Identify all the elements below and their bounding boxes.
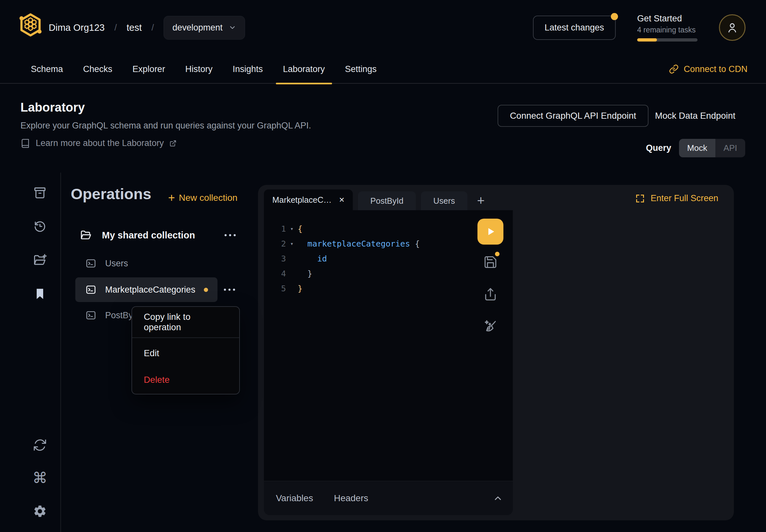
settings-gear-icon[interactable] xyxy=(33,504,47,518)
tab-insights[interactable]: Insights xyxy=(225,55,270,84)
connect-to-cdn-link[interactable]: Connect to CDN xyxy=(669,55,748,83)
code-token: } xyxy=(298,284,302,293)
chevron-down-icon xyxy=(228,24,236,31)
share-operation-button[interactable] xyxy=(483,287,498,302)
command-icon[interactable]: ⌘ xyxy=(32,470,47,485)
connect-to-cdn-label: Connect to CDN xyxy=(684,64,748,74)
page-title: Laboratory xyxy=(20,101,85,115)
query-editor[interactable]: 1 ▾ { 2 ▾ marketplaceCategories { 3 id 4… xyxy=(264,210,513,481)
get-started-widget[interactable]: Get Started 4 remaining tasks xyxy=(637,14,698,42)
archive-icon[interactable] xyxy=(33,186,47,200)
breadcrumb-separator: / xyxy=(152,23,154,33)
query-mode-row: Query Mock API xyxy=(646,139,745,157)
sync-icon[interactable] xyxy=(33,438,47,452)
chevron-up-icon[interactable] xyxy=(493,493,503,503)
operation-icon xyxy=(85,309,97,321)
get-started-progress-bar xyxy=(637,38,698,42)
editor-tab-users[interactable]: Users xyxy=(421,191,468,210)
editor-tab-label: Users xyxy=(433,196,455,206)
learn-more-link[interactable]: Learn more about the Laboratory xyxy=(20,138,176,148)
page-description: Explore your GraphQL schema and run quer… xyxy=(20,121,311,131)
code-line: 2 ▾ marketplaceCategories { xyxy=(272,236,513,251)
tab-explorer[interactable]: Explorer xyxy=(125,55,172,84)
fold-arrow-icon[interactable]: ▾ xyxy=(286,225,298,232)
menu-item-edit[interactable]: Edit xyxy=(132,341,239,366)
editor-tab-marketplacecategories[interactable]: MarketplaceC… × xyxy=(264,189,353,210)
run-query-button[interactable] xyxy=(478,219,504,245)
line-number: 4 xyxy=(272,269,286,278)
variables-tab[interactable]: Variables xyxy=(276,493,313,503)
code-line: 4 } xyxy=(272,266,513,281)
primary-nav: Schema Checks Explorer History Insights … xyxy=(0,55,766,84)
mock-data-endpoint-label: Mock Data Endpoint xyxy=(655,105,736,127)
save-operation-button[interactable] xyxy=(483,255,498,269)
link-icon xyxy=(669,64,679,74)
new-collection-button[interactable]: + New collection xyxy=(168,192,237,204)
unsaved-changes-dot xyxy=(204,288,208,292)
fold-arrow-icon[interactable]: ▾ xyxy=(286,240,298,247)
code-line: 5 } xyxy=(272,281,513,296)
query-label: Query xyxy=(646,143,671,153)
menu-item-copy-link[interactable]: Copy link to operation xyxy=(132,307,239,337)
app-header: Dima Org123 / test / development Latest … xyxy=(0,0,766,55)
editor-tab-label: PostById xyxy=(370,196,404,206)
environment-selector-value: development xyxy=(172,23,223,33)
menu-item-delete[interactable]: Delete xyxy=(132,366,239,394)
history-icon[interactable] xyxy=(33,219,47,234)
headers-tab[interactable]: Headers xyxy=(334,493,368,503)
query-mode-mock[interactable]: Mock xyxy=(679,139,715,157)
plus-icon: + xyxy=(168,192,175,204)
play-icon xyxy=(484,225,497,238)
connect-graphql-endpoint-button[interactable]: Connect GraphQL API Endpoint xyxy=(498,105,649,127)
operation-label: Users xyxy=(105,259,128,269)
breadcrumb-project[interactable]: test xyxy=(127,22,142,33)
prettify-broom-button[interactable] xyxy=(483,319,498,334)
editor-tabs: MarketplaceC… × PostById Users + xyxy=(264,189,485,210)
folder-open-icon xyxy=(80,229,92,241)
get-started-subtitle: 4 remaining tasks xyxy=(637,26,698,34)
book-icon xyxy=(20,139,30,148)
collection-menu-dots-icon[interactable] xyxy=(223,233,237,237)
latest-changes-label: Latest changes xyxy=(545,23,604,32)
get-started-title: Get Started xyxy=(637,14,698,24)
learn-more-label: Learn more about the Laboratory xyxy=(36,138,164,148)
folder-plus-icon[interactable] xyxy=(33,253,47,267)
collection-name: My shared collection xyxy=(102,230,195,241)
line-number: 2 xyxy=(272,239,286,248)
operation-icon xyxy=(85,284,97,296)
operations-title: Operations xyxy=(71,185,151,203)
tab-settings[interactable]: Settings xyxy=(338,55,384,84)
code-line: 1 ▾ { xyxy=(272,221,513,236)
person-icon xyxy=(726,21,739,34)
code-line: 3 id xyxy=(272,251,513,266)
tab-checks[interactable]: Checks xyxy=(76,55,119,84)
command-glyph: ⌘ xyxy=(32,469,47,486)
tab-laboratory[interactable]: Laboratory xyxy=(276,55,332,84)
new-tab-button[interactable]: + xyxy=(477,194,485,207)
notification-dot xyxy=(611,13,618,20)
user-avatar[interactable] xyxy=(719,14,746,41)
line-number: 1 xyxy=(272,224,286,234)
hive-logo-icon[interactable] xyxy=(19,13,42,38)
query-mode-toggle: Mock API xyxy=(679,139,745,157)
operation-row-marketplacecategories[interactable]: MarketplaceCategories xyxy=(85,281,208,298)
environment-selector[interactable]: development xyxy=(164,16,245,40)
broom-sparkles-icon xyxy=(483,319,498,334)
tab-schema[interactable]: Schema xyxy=(24,55,70,84)
close-tab-icon[interactable]: × xyxy=(339,195,344,204)
bookmark-icon[interactable] xyxy=(33,287,46,301)
line-number: 5 xyxy=(272,284,286,293)
breadcrumb-org[interactable]: Dima Org123 xyxy=(49,22,104,33)
query-mode-api[interactable]: API xyxy=(715,139,745,157)
code-token: { xyxy=(410,239,420,248)
collection-header[interactable]: My shared collection xyxy=(80,229,195,241)
primary-nav-tabs: Schema Checks Explorer History Insights … xyxy=(24,55,384,84)
rail-divider xyxy=(60,173,61,532)
tab-history[interactable]: History xyxy=(178,55,220,84)
operation-row-users[interactable]: Users xyxy=(85,255,128,272)
enter-fullscreen-button[interactable]: Enter Full Screen xyxy=(635,193,718,203)
latest-changes-button[interactable]: Latest changes xyxy=(533,16,616,40)
operation-menu-dots-icon[interactable] xyxy=(223,287,236,292)
editor-tab-postbyid[interactable]: PostById xyxy=(358,191,416,210)
enter-fullscreen-label: Enter Full Screen xyxy=(651,193,718,203)
